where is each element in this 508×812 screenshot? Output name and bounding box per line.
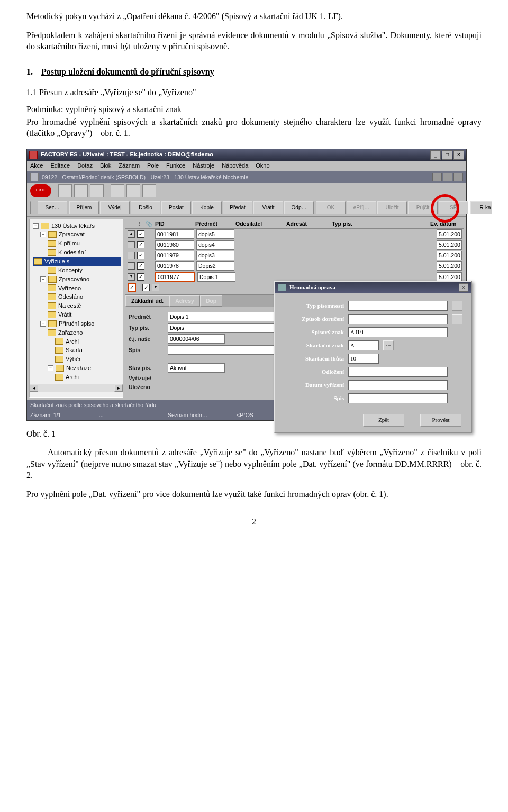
menubar[interactable]: Akce Editace Dotaz Blok Záznam Pole Funk… xyxy=(27,161,466,171)
btn-sez[interactable]: Sez… xyxy=(38,201,67,214)
menu-blok[interactable]: Blok xyxy=(100,162,111,170)
toolbar-icon-1[interactable] xyxy=(58,184,72,197)
toolbar-icon-2[interactable] xyxy=(74,184,88,197)
field-predmet[interactable]: Dopis 1 xyxy=(168,312,278,321)
tree-item[interactable]: Skarta xyxy=(66,346,83,354)
btn-pujcit[interactable]: Půjčit xyxy=(408,201,438,214)
cell-predmet[interactable]: Dopis 1 xyxy=(197,272,235,282)
cell-predmet[interactable]: dopis5 xyxy=(196,229,234,239)
col-adresat[interactable]: Adresát xyxy=(286,220,329,227)
row-toggle[interactable] xyxy=(128,241,135,248)
menu-zaznam[interactable]: Záznam xyxy=(119,162,140,170)
dlg-field-datum[interactable] xyxy=(348,380,448,390)
exit-button[interactable]: EXIT xyxy=(30,184,51,197)
picker-icon[interactable]: … xyxy=(452,314,462,324)
col-predmet[interactable]: Předmět xyxy=(195,220,232,227)
row-checkbox[interactable] xyxy=(137,262,144,270)
cell-date[interactable]: 5.01.200 xyxy=(437,251,462,260)
col-bang[interactable]: ! xyxy=(138,220,142,227)
dialog-titlebar[interactable]: Hromadná oprava × xyxy=(275,282,471,293)
btn-eprij[interactable]: ePříj… xyxy=(347,201,376,214)
menu-pole[interactable]: Pole xyxy=(147,162,159,170)
row-toggle[interactable] xyxy=(128,262,135,270)
cell-pid[interactable]: 0011980 xyxy=(155,240,194,250)
folder-tree[interactable]: −130 Ústav lékařs −Zpracovat K příjmu K … xyxy=(29,219,123,398)
dlg-field-skartznak[interactable]: A xyxy=(348,340,379,350)
dialog-execute-button[interactable]: Provést xyxy=(420,414,461,427)
col-pid[interactable]: PID xyxy=(155,220,192,227)
cell-pid[interactable]: 0011978 xyxy=(155,261,194,271)
cell-date[interactable]: 5.01.200 xyxy=(437,240,462,250)
dialog-close-button[interactable]: × xyxy=(459,283,468,292)
menu-akce[interactable]: Akce xyxy=(30,162,43,170)
cell-pid[interactable]: 0011981 xyxy=(155,229,194,239)
cell-predmet[interactable]: Dopis2 xyxy=(196,261,234,271)
toolbar-icon-3[interactable] xyxy=(90,184,104,197)
btn-sr[interactable]: SŘ xyxy=(439,201,468,214)
tree-item[interactable]: Odesláno xyxy=(58,293,83,301)
menu-okno[interactable]: Okno xyxy=(256,162,269,170)
col-typ[interactable]: Typ pís. xyxy=(332,220,364,227)
mdi-close[interactable] xyxy=(453,173,463,181)
scroll-left-icon[interactable]: ◂ xyxy=(30,384,38,392)
tree-item[interactable]: Archi xyxy=(66,338,79,346)
expander-icon[interactable]: − xyxy=(40,276,46,282)
tree-item[interactable]: Koncepty xyxy=(58,266,83,274)
cell-pid[interactable]: 0011979 xyxy=(155,251,194,260)
tree-item[interactable]: Zpracováno xyxy=(59,275,89,283)
tab-dop[interactable]: Dop xyxy=(200,295,222,307)
tree-item[interactable]: Vyřízeno xyxy=(58,284,81,292)
maximize-button[interactable]: □ xyxy=(442,150,452,160)
menu-dotaz[interactable]: Dotaz xyxy=(77,162,93,170)
row-toggle[interactable]: ▾ xyxy=(152,284,159,291)
field-cj[interactable]: 0000004/06 xyxy=(168,334,225,344)
tree-item[interactable]: Zpracovat xyxy=(59,230,85,238)
col-evdatum[interactable]: Ev. datum xyxy=(430,220,462,227)
tree-item[interactable]: Nezařaze xyxy=(66,364,91,372)
tab-adresy[interactable]: Adresy xyxy=(169,295,200,307)
toolbar-icon-5[interactable] xyxy=(126,184,140,197)
cell-date[interactable]: 5.01.200 xyxy=(437,229,462,239)
table-row[interactable]: 0011980 dopis4 5.01.200 xyxy=(125,239,464,250)
tree-item-selected[interactable]: Vyřizuje s xyxy=(44,257,69,265)
dlg-field-odlozeni[interactable] xyxy=(348,367,448,377)
field-stav[interactable]: Aktivní xyxy=(168,363,225,373)
table-row[interactable]: 0011979 dopis3 5.01.200 xyxy=(125,250,464,261)
expander-icon[interactable]: − xyxy=(40,321,46,327)
col-odesilatel[interactable]: Odesílatel xyxy=(235,220,283,227)
mdi-max[interactable] xyxy=(443,173,452,181)
tree-item[interactable]: Příruční spiso xyxy=(59,320,94,328)
tree-scrollbar[interactable]: ◂ ▸ xyxy=(30,384,123,392)
dialog-back-button[interactable]: Zpět xyxy=(363,414,404,427)
dlg-field-zpusob[interactable] xyxy=(348,314,448,324)
tree-item[interactable]: Zařazeno xyxy=(58,329,83,337)
mdi-min[interactable] xyxy=(432,173,442,181)
minimize-button[interactable]: _ xyxy=(430,150,441,160)
field-spis[interactable] xyxy=(168,345,278,355)
aux-checkbox[interactable] xyxy=(142,284,150,291)
btn-ulozit[interactable]: Uložit xyxy=(377,201,407,214)
tree-item[interactable]: Výběr xyxy=(66,355,81,363)
table-row[interactable]: 0011978 Dopis2 5.01.200 xyxy=(125,261,464,271)
menu-napoveda[interactable]: Nápověda xyxy=(222,162,248,170)
dlg-field-typ[interactable] xyxy=(348,301,448,311)
btn-odp[interactable]: Odp… xyxy=(284,201,314,214)
tree-item[interactable]: K příjmu xyxy=(58,239,80,247)
menu-nastroje[interactable]: Nástroje xyxy=(193,162,214,170)
toolbar-icon-4[interactable] xyxy=(111,184,124,197)
tree-item[interactable]: Archi xyxy=(66,373,79,381)
menu-editace[interactable]: Editace xyxy=(50,162,70,170)
scroll-right-icon[interactable]: ▸ xyxy=(114,384,123,392)
btn-poslat[interactable]: Poslat xyxy=(161,201,191,214)
cell-predmet[interactable]: dopis3 xyxy=(196,251,234,260)
tree-item[interactable]: K odeslání xyxy=(58,248,86,256)
picker-icon[interactable]: … xyxy=(452,301,462,311)
expander-icon[interactable]: − xyxy=(48,365,53,371)
tree-item[interactable]: Vrátit xyxy=(58,311,71,319)
row-checkbox[interactable] xyxy=(137,252,144,259)
btn-prijem[interactable]: Příjem xyxy=(69,201,99,214)
menu-funkce[interactable]: Funkce xyxy=(166,162,185,170)
field-typ[interactable]: Dopis xyxy=(168,323,278,333)
dlg-field-skartlhuta[interactable]: 10 xyxy=(348,354,379,364)
dlg-field-spis[interactable] xyxy=(348,393,448,403)
